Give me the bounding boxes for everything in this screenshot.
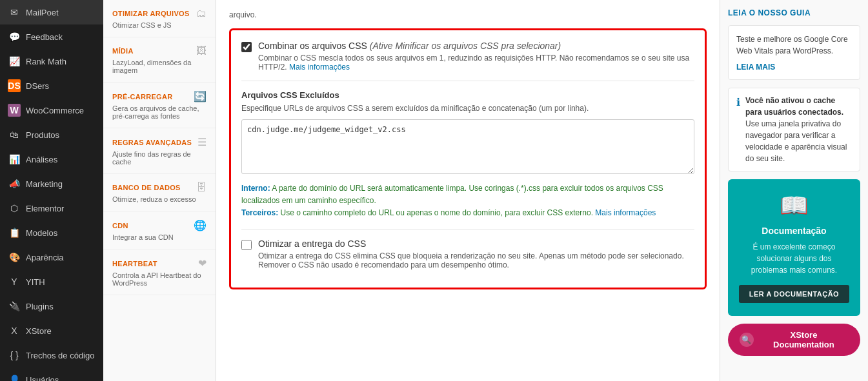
sidebar-item-produtos[interactable]: 🛍 Produtos [0,122,103,147]
modelos-icon: 📋 [8,226,21,239]
sec-item-desc: Controla a API Heartbeat do WordPress [112,271,207,287]
interno-label: Interno: [241,184,270,193]
sec-item-desc: LazyLoad, dimensões da imagem [112,59,207,74]
sec-item-title: MÍDIA [112,47,134,55]
sec-item-title: CDN [112,222,128,230]
leia-mais-link[interactable]: LEIA MAIS [736,63,775,72]
sidebar-item-yith[interactable]: Y YITH [0,269,103,294]
sidebar-item-label: XStore [26,326,52,336]
sec-item-title: BANCO DE DADOS [112,184,181,191]
mais-info-link[interactable]: Mais informações [595,208,656,217]
xstore-doc-button[interactable]: 🔍 XStore Documentation [728,324,860,356]
usuarios-icon: 👤 [8,373,21,381]
main-content: arquivo. Combinar os arquivos CSS (Ative… [216,0,720,381]
heartbeat-icon: ❤ [198,257,207,269]
sidebar-item-label: MailPoet [26,8,59,17]
rp-guide-link-box: LEIA O NOSSO GUIA [728,8,860,17]
sidebar-item-woocommerce[interactable]: W WooCommerce [0,98,103,122]
rp-doc-box: 📖 Documentação É um excelente começo sol… [728,179,860,316]
sidebar-item-trechos[interactable]: { } Trechos de código [0,343,103,367]
terceiros-body: Use o caminho completo do URL ou apenas … [280,208,593,217]
rankmath-icon: 📈 [8,55,21,68]
refresh-icon: 🔄 [194,90,207,103]
sidebar-item-plugins[interactable]: 🔌 Plugins [0,294,103,318]
sidebar-item-label: Plugins [26,302,54,311]
elementor-icon: ⬡ [8,202,21,215]
divider [241,81,694,81]
excluded-css-textarea[interactable]: cdn.judge.me/judgeme_widget_v2.css [241,119,694,174]
right-panel: LEIA O NOSSO GUIA Teste e melhore os Goo… [720,0,868,381]
analises-icon: 📊 [8,153,21,166]
optimize-delivery-checkbox[interactable] [241,240,252,250]
vitals-text: Teste e melhore os Google Core Web Vital… [736,34,852,57]
sec-item-desc: Otimize, reduza o excesso [112,195,207,203]
sidebar-item-label: Elementor [26,204,64,213]
sec-item-desc: Integrar a sua CDN [112,233,207,241]
sec-item-otimizar-arquivos[interactable]: OTIMIZAR ARQUIVOS 🗂 Otimizar CSS e JS [103,0,216,37]
info-text-block: Interno: A parte do domínio do URL será … [241,182,694,220]
sec-item-banco-de-dados[interactable]: BANCO DE DADOS 🗄 Otimize, reduza o exces… [103,174,216,211]
woocommerce-icon: W [8,104,21,117]
secondary-sidebar: OTIMIZAR ARQUIVOS 🗂 Otimizar CSS e JS MÍ… [103,0,216,381]
sidebar-item-dsers[interactable]: DS DSers [0,73,103,98]
sidebar-item-mailpoet[interactable]: ✉ MailPoet [0,0,103,24]
doc-button[interactable]: LER A DOCUMENTAÇÃO [739,285,849,303]
rp-vitals-box: Teste e melhore os Google Core Web Vital… [728,25,860,80]
leia-nosso-guia-link[interactable]: LEIA O NOSSO GUIA [728,8,811,17]
sidebar-item-usuarios[interactable]: 👤 Usuários [0,367,103,381]
sec-item-title: HEARTBEAT [112,260,157,268]
sec-item-regras-avancadas[interactable]: REGRAS AVANÇADAS ☰ Ajuste fino das regra… [103,128,216,174]
sec-item-midia[interactable]: MÍDIA 🖼 LazyLoad, dimensões da imagem [103,37,216,83]
sidebar-item-label: Rank Math [26,57,66,66]
trechos-icon: { } [8,349,21,362]
optimize-delivery-desc: Otimizar a entrega do CSS elimina CSS qu… [258,251,694,269]
optimize-delivery-row: Otimizar a entrega do CSS Otimizar a ent… [241,239,694,269]
terceiros-label: Terceiros: [241,208,278,217]
red-outline-section: Combinar os arquivos CSS (Ative Minifica… [229,28,707,289]
rules-icon: ☰ [197,136,207,148]
sec-item-cdn[interactable]: CDN 🌐 Integrar a sua CDN [103,211,216,249]
plugins-icon: 🔌 [8,300,21,313]
sec-item-pre-carregar[interactable]: PRÉ-CARREGAR 🔄 Gera os arquivos de cache… [103,83,216,128]
mailpoet-icon: ✉ [8,6,21,19]
book-icon: 📖 [738,192,850,219]
sidebar-item-modelos[interactable]: 📋 Modelos [0,220,103,245]
sec-item-desc: Gera os arquivos de cache, pré-carrega a… [112,104,207,120]
sidebar-item-xstore[interactable]: X XStore [0,318,103,343]
sidebar-item-rankmath[interactable]: 📈 Rank Math [0,49,103,73]
sec-item-title: PRÉ-CARREGAR [112,93,172,101]
combine-css-more-link[interactable]: Mais informações [289,63,350,72]
combine-css-label: Combinar os arquivos CSS (Ative Minifica… [258,41,694,51]
database-icon: 🗄 [196,182,207,193]
sec-item-title: OTIMIZAR ARQUIVOS [112,10,190,17]
produtos-icon: 🛍 [8,128,21,141]
sec-item-desc: Ajuste fino das regras de cache [112,150,207,166]
sidebar-item-analises[interactable]: 📊 Análises [0,147,103,171]
top-text: arquivo. [229,5,707,19]
combine-css-desc: Combinar o CSS mescla todos os seus arqu… [258,54,694,72]
sidebar-item-label: Modelos [26,228,57,238]
sidebar-item-label: Marketing [26,179,63,189]
sidebar-item-label: Produtos [26,130,59,140]
sidebar-item-marketing[interactable]: 📣 Marketing [0,171,103,196]
sidebar-item-aparencia[interactable]: 🎨 Aparência [0,245,103,269]
doc-desc: É um excelente começo solucionar alguns … [738,241,850,276]
divider2 [241,229,694,230]
rp-notice-box: ℹ Você não ativou o cache para usuários … [728,88,860,171]
info-icon: ℹ [736,96,740,108]
combine-css-checkbox[interactable] [241,42,252,52]
dsers-icon: DS [8,79,21,92]
excluded-css-desc: Especifique URLs de arquivos CSS a serem… [241,104,694,113]
feedback-icon: 💬 [8,30,21,43]
combine-css-row: Combinar os arquivos CSS (Ative Minifica… [241,41,694,72]
sidebar-item-label: Aparência [26,253,64,262]
sidebar-item-elementor[interactable]: ⬡ Elementor [0,196,103,220]
sidebar-item-label: Usuários [26,375,59,382]
sec-item-heartbeat[interactable]: HEARTBEAT ❤ Controla a API Heartbeat do … [103,249,216,295]
sidebar-item-label: Feedback [26,32,63,42]
cdn-icon: 🌐 [194,219,207,231]
main-sidebar: ✉ MailPoet 💬 Feedback 📈 Rank Math DS DSe… [0,0,103,381]
rp-notice-text: Você não ativou o cache para usuários co… [745,95,852,164]
sidebar-item-feedback[interactable]: 💬 Feedback [0,24,103,49]
sidebar-item-label: Trechos de código [26,351,94,360]
